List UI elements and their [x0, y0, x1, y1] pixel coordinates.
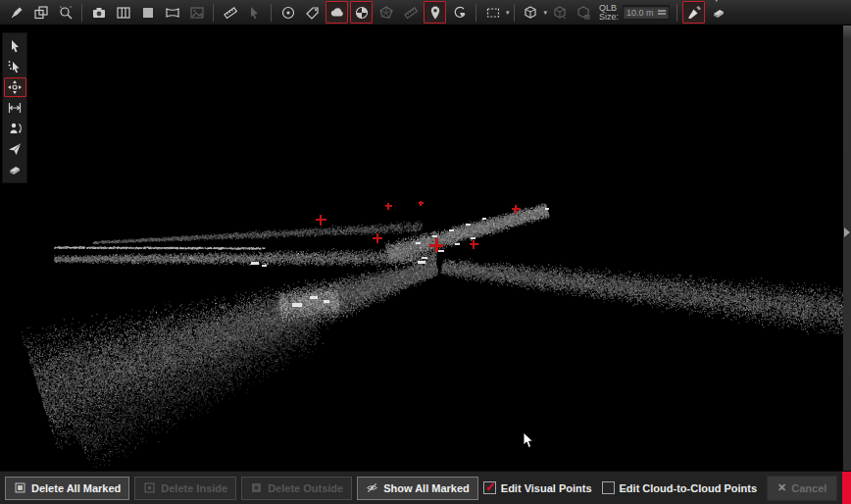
measure-tool-button[interactable] — [219, 1, 241, 24]
shading-toggle-icon — [354, 5, 370, 21]
annotate-tool-icon — [9, 5, 25, 21]
cancel-x-icon: ✕ — [777, 481, 786, 494]
spinner-icon[interactable] — [658, 10, 666, 15]
bottom-bar: Delete All MarkedDelete InsideDelete Out… — [0, 471, 851, 504]
panorama-view-tool-button[interactable] — [161, 1, 183, 24]
disc-tool-button[interactable] — [276, 1, 299, 24]
toolbar-separator — [81, 4, 82, 22]
filter-orbit-tool-button[interactable] — [448, 1, 471, 24]
selection-marquee-tool-button[interactable] — [481, 1, 504, 24]
distance-measure-tool-button[interactable] — [4, 98, 26, 118]
zoom-region-tool-button[interactable] — [54, 1, 76, 24]
selection-marquee-tool-icon — [485, 5, 501, 21]
edit-visual-points-checkbox-label: Edit Visual Points — [501, 482, 592, 494]
show-all-marked-button-icon — [366, 481, 378, 494]
pick-point-tool-button — [243, 1, 266, 24]
qlb-size-input[interactable]: 10.0 m — [623, 5, 670, 20]
split-view-tool-icon — [116, 5, 131, 21]
eraser-tool-side-button[interactable] — [4, 160, 26, 179]
measure-secondary-tool-icon — [403, 5, 419, 21]
control-point-marker[interactable] — [385, 203, 392, 210]
solid-view-tool-button[interactable] — [136, 1, 159, 24]
control-point-marker[interactable] — [429, 238, 443, 252]
dropdown-caret-icon[interactable]: ▾ — [506, 9, 510, 17]
control-point-marker[interactable] — [470, 240, 478, 249]
control-point-tool-button[interactable] — [424, 1, 446, 24]
cancel-label: Cancel — [791, 482, 826, 494]
select-points-tool-button[interactable] — [4, 57, 26, 76]
windows-layout-tool-icon — [33, 5, 49, 21]
eraser-tool-button[interactable]: ▾ — [707, 1, 729, 24]
control-point-marker[interactable] — [512, 205, 521, 214]
delete-outside-button-icon — [250, 481, 263, 494]
trowel-tool-icon — [686, 5, 702, 21]
zoom-region-tool-icon — [58, 5, 74, 21]
toolbar-separator — [476, 4, 476, 22]
cancel-button: ✕ Cancel — [767, 476, 837, 501]
panel-expand-handle[interactable] — [844, 227, 850, 237]
control-point-marker[interactable] — [316, 215, 326, 226]
delete-outside-button: Delete Outside — [241, 477, 352, 500]
orbit-person-tool-icon — [7, 121, 23, 136]
show-all-marked-button-label: Show All Marked — [383, 482, 470, 494]
select-points-tool-icon — [7, 59, 23, 75]
delete-all-marked-button-label: Delete All Marked — [31, 482, 121, 494]
qlb-size-label: QLBSize: — [599, 4, 619, 22]
windows-layout-tool-button[interactable] — [29, 1, 52, 24]
clip-box-m-tool-button: M — [573, 1, 595, 24]
edit-cloud-to-cloud-checkbox-label: Edit Cloud-to-Cloud Points — [620, 482, 758, 494]
clip-box-m-tool-icon: M — [576, 5, 592, 21]
toolbar-separator — [676, 4, 677, 22]
orbit-person-tool-button[interactable] — [4, 119, 26, 138]
top-toolbar: ▾▾MQLBSize:10.0 m▾ — [0, 0, 851, 25]
control-point-marker[interactable] — [373, 233, 382, 243]
mesh-toggle-icon — [378, 5, 394, 21]
measure-tool-icon — [223, 5, 238, 21]
delete-inside-button-label: Delete Inside — [161, 482, 227, 494]
delete-all-marked-button[interactable]: Delete All Marked — [5, 477, 129, 500]
panorama-view-tool-icon — [165, 5, 180, 21]
viewport-3d[interactable] — [0, 25, 851, 471]
clip-box-tool-icon — [523, 5, 538, 21]
tag-tool-button[interactable] — [301, 1, 324, 24]
dropdown-caret-icon[interactable]: ▾ — [715, 0, 719, 4]
application-window: ▾▾MQLBSize:10.0 m▾ Delete All MarkedDele… — [0, 0, 851, 504]
fly-tool-button[interactable] — [4, 139, 26, 159]
delete-inside-button: Delete Inside — [134, 477, 236, 500]
mouse-cursor — [523, 431, 534, 453]
clip-box-move-tool-button — [548, 1, 571, 24]
qlb-size-field: QLBSize:10.0 m — [599, 4, 670, 22]
optimize-bundle-button[interactable]: Optimize Bundle — [842, 472, 851, 504]
eraser-tool-side-icon — [7, 162, 23, 177]
filter-orbit-tool-icon — [452, 5, 468, 21]
select-tool-icon — [7, 38, 23, 54]
left-toolbar — [2, 32, 27, 183]
camera-view-tool-button[interactable] — [87, 1, 110, 24]
show-all-marked-button[interactable]: Show All Marked — [357, 477, 478, 500]
point-cloud-toggle-icon — [329, 5, 345, 21]
navigate-move-tool-button[interactable] — [4, 77, 26, 97]
trowel-tool-button[interactable] — [682, 1, 705, 24]
edit-cloud-to-cloud-checkbox[interactable] — [602, 481, 615, 494]
point-cloud-canvas[interactable] — [0, 25, 851, 471]
split-view-tool-button[interactable] — [112, 1, 134, 24]
mesh-toggle-button — [375, 1, 397, 24]
annotate-tool-button[interactable] — [5, 1, 27, 24]
right-panel-strip — [843, 25, 851, 471]
edit-visual-points-checkbox-wrap: Edit Visual Points — [483, 481, 592, 494]
control-point-tool-icon — [427, 5, 443, 21]
toolbar-separator — [213, 4, 214, 22]
delete-all-marked-button-icon — [14, 481, 26, 494]
toolbar-separator — [514, 4, 515, 22]
clip-box-move-tool-icon — [552, 5, 568, 21]
eraser-tool-icon — [711, 5, 726, 21]
image-view-tool-icon — [189, 5, 205, 21]
edit-visual-points-checkbox[interactable] — [483, 481, 496, 494]
select-tool-button[interactable] — [4, 36, 26, 56]
point-cloud-toggle-button[interactable] — [325, 1, 348, 24]
control-point-marker[interactable] — [419, 201, 424, 206]
shading-toggle-button[interactable] — [350, 1, 373, 24]
clip-box-tool-button[interactable] — [520, 1, 542, 24]
dropdown-caret-icon[interactable]: ▾ — [544, 9, 548, 17]
toolbar-separator — [271, 4, 272, 22]
